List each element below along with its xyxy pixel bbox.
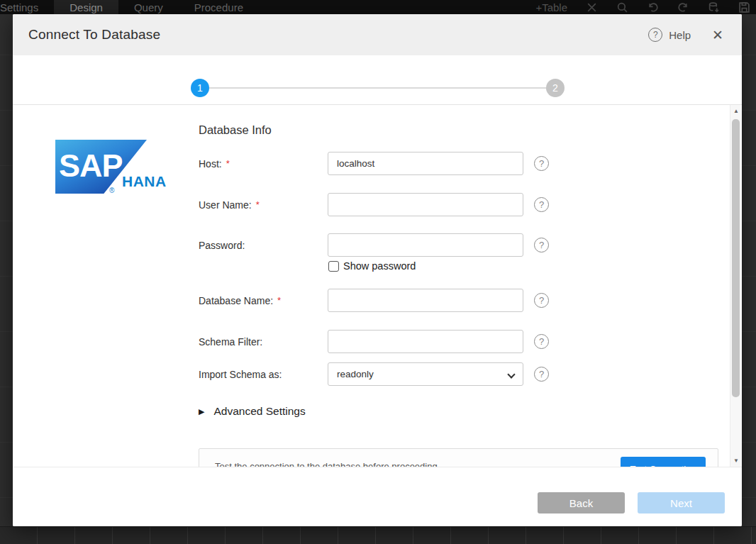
host-help-icon[interactable]: ? [534, 156, 549, 171]
schema-filter-label-text: Schema Filter: [199, 336, 262, 348]
database-export-icon[interactable] [708, 1, 720, 13]
back-button[interactable]: Back [538, 492, 625, 514]
dimmed-table-grid [0, 526, 756, 544]
database-name-input[interactable] [328, 289, 523, 312]
scroll-down-icon[interactable]: ▼ [730, 457, 742, 464]
tab-procedure[interactable]: Procedure [179, 0, 259, 14]
test-connection-button[interactable]: Test Connection [621, 457, 706, 467]
expand-arrow-icon: ▶ [199, 407, 204, 416]
import-schema-help-icon[interactable]: ? [534, 367, 549, 382]
close-icon[interactable] [586, 1, 598, 13]
show-password-checkbox[interactable]: Show password [328, 260, 416, 272]
content-scrollbar[interactable]: ▲ ▼ [730, 105, 741, 467]
help-icon[interactable]: ? [648, 28, 662, 42]
import-schema-value: readonly [337, 369, 374, 379]
import-schema-label-text: Import Schema as: [199, 369, 282, 380]
host-label-text: Host: [199, 158, 222, 170]
schema-filter-help-icon[interactable]: ? [534, 334, 549, 349]
username-label: User Name: * [199, 193, 260, 216]
sap-hana-logo: SAP ® HANA [55, 140, 166, 199]
scroll-up-icon[interactable]: ▲ [730, 108, 742, 114]
password-label: Password: [199, 233, 245, 257]
undo-icon[interactable] [647, 1, 659, 13]
schema-filter-label: Schema Filter: [199, 330, 262, 353]
tab-design[interactable]: Design [54, 0, 118, 14]
wizard-stepper: 1 2 Configure Settings Select Tables [13, 55, 742, 105]
dialog-close-icon[interactable]: ✕ [712, 28, 723, 42]
tab-settings[interactable]: Settings [0, 0, 54, 14]
username-label-text: User Name: [199, 199, 252, 211]
save-icon[interactable] [738, 1, 750, 13]
dialog-header: Connect To Database ? Help ✕ [13, 14, 742, 55]
database-name-help-icon[interactable]: ? [534, 293, 549, 308]
host-input[interactable] [328, 152, 523, 175]
password-input[interactable] [328, 233, 523, 257]
chevron-down-icon [507, 370, 515, 378]
import-schema-select[interactable]: readonly [328, 362, 523, 386]
host-required-marker: * [226, 158, 230, 169]
host-label: Host: * [199, 152, 230, 175]
hana-logo-text: HANA [122, 173, 167, 190]
step-1-circle[interactable]: 1 [191, 79, 209, 97]
dialog-footer: Back Next [13, 467, 742, 526]
advanced-settings-toggle[interactable]: ▶ Advanced Settings [199, 405, 306, 418]
dialog-title: Connect To Database [28, 27, 160, 43]
section-title: Database Info [199, 123, 272, 137]
add-table-button[interactable]: +Table [535, 0, 567, 14]
username-help-icon[interactable]: ? [534, 197, 549, 212]
advanced-settings-label: Advanced Settings [213, 405, 305, 418]
database-name-label-text: Database Name: [199, 295, 273, 306]
show-password-label: Show password [343, 260, 416, 272]
schema-filter-input[interactable] [328, 330, 523, 353]
password-label-text: Password: [199, 240, 245, 251]
database-name-label: Database Name: * [199, 289, 281, 312]
username-input[interactable] [328, 193, 523, 216]
app-top-bar: Settings Design Query Procedure +Table [0, 0, 756, 14]
search-icon[interactable] [616, 1, 628, 13]
help-link[interactable]: Help [669, 29, 691, 41]
redo-icon[interactable] [677, 1, 689, 13]
step-2-circle: 2 [546, 79, 565, 97]
next-button[interactable]: Next [638, 492, 725, 514]
connect-to-database-dialog: Connect To Database ? Help ✕ 1 2 Configu… [13, 14, 742, 526]
test-connection-note: Test the connection to the database befo… [215, 461, 438, 467]
username-required-marker: * [256, 199, 260, 210]
registered-mark: ® [109, 187, 114, 194]
password-help-icon[interactable]: ? [534, 238, 549, 252]
dialog-content: SAP ® HANA Database Info Host: * ? User … [13, 105, 742, 467]
checkbox-box[interactable] [328, 261, 339, 272]
database-name-required-marker: * [277, 295, 281, 306]
tab-query[interactable]: Query [118, 0, 179, 14]
stepper-connector [209, 87, 547, 89]
scrollbar-thumb[interactable] [732, 119, 740, 397]
import-schema-label: Import Schema as: [199, 362, 282, 386]
test-connection-panel: Test the connection to the database befo… [199, 448, 718, 467]
